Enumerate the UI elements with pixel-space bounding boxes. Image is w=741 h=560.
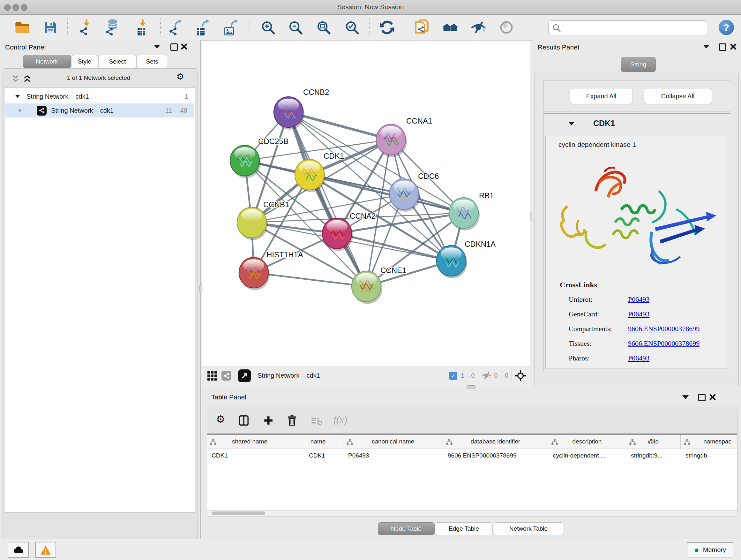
network-node-CCNA1[interactable]: CCNA1 [376, 117, 432, 157]
show-all-button[interactable] [497, 19, 515, 36]
column-header[interactable]: description [548, 435, 626, 449]
network-view-canvas[interactable]: CCNB2CCNA1CDC25BCDK1CDC6RB1CCNB1CCNA2CDK… [202, 41, 530, 367]
search-input[interactable] [562, 22, 704, 33]
tab-string[interactable]: String [621, 57, 656, 72]
birds-eye-view-icon[interactable] [207, 371, 217, 381]
genecard-link[interactable]: P06493 [628, 310, 650, 318]
tab-network-table[interactable]: Network Table [493, 522, 564, 535]
import-network-file-button[interactable] [77, 19, 95, 36]
tab-style[interactable]: Style [71, 55, 98, 68]
zoom-out-button[interactable] [286, 19, 305, 36]
crosslink-row: Uniprot: P06493 [569, 292, 722, 307]
window-title: Session: New Session [0, 3, 741, 11]
expand-all-button[interactable]: Expand All [569, 88, 633, 104]
network-label: String Network – cdk1 [51, 107, 114, 114]
save-session-button[interactable] [42, 19, 59, 36]
columns-icon[interactable] [239, 415, 249, 426]
column-header[interactable]: name [293, 435, 343, 449]
float-panel-icon[interactable] [171, 44, 178, 51]
warnings-button[interactable] [35, 542, 56, 558]
close-panel-icon[interactable] [709, 394, 716, 401]
export-image-button[interactable] [223, 19, 241, 36]
collection-label: String Network – cdk1 [26, 93, 89, 100]
gear-icon[interactable]: ⚙ [177, 72, 184, 81]
export-table-button[interactable] [194, 19, 212, 36]
compartments-link[interactable]: 9606.ENSP00000378699 [628, 325, 699, 333]
network-node-CCNB2[interactable]: CCNB2 [274, 88, 329, 130]
network-node-CDKN1A[interactable]: CDKN1A [436, 240, 495, 278]
import-network-database-button[interactable] [105, 19, 122, 36]
column-header[interactable]: namespac [681, 435, 737, 449]
network-edge-CCNB2-CCNE1[interactable] [288, 112, 366, 287]
collapse-all-button[interactable]: Collapse All [644, 88, 712, 104]
network-list: String Network – cdk1 1 ● String Network… [5, 87, 195, 512]
column-type-icon [446, 438, 453, 445]
function-builder-icon: f(x) [333, 414, 347, 426]
pharos-link[interactable]: P06493 [628, 354, 650, 362]
column-header[interactable]: canonical name [343, 435, 443, 449]
column-header[interactable]: @id [626, 435, 681, 449]
node-label-CCNA2: CCNA2 [350, 212, 376, 220]
node-label-CDK1: CDK1 [324, 152, 344, 160]
node-label-CCNB2: CCNB2 [303, 88, 329, 97]
float-panel-icon[interactable] [719, 44, 726, 51]
column-header[interactable]: shared name [207, 435, 293, 449]
uniprot-link[interactable]: P06493 [628, 295, 650, 304]
gear-icon[interactable]: ⚙ [216, 414, 225, 424]
tab-network[interactable]: Network [23, 55, 71, 68]
first-neighbors-button[interactable] [442, 19, 460, 36]
float-panel-icon[interactable] [698, 394, 705, 401]
tab-sets[interactable]: Sets [137, 55, 167, 68]
open-session-button[interactable] [13, 19, 31, 36]
gene-description: cyclin-dependent kinase 1 [558, 141, 636, 148]
network-row-selected[interactable]: ● String Network – cdk1 11 48 [5, 104, 194, 118]
scrollbar-thumb[interactable] [212, 511, 265, 515]
zoom-selected-button[interactable] [343, 19, 361, 36]
import-table-button[interactable] [134, 19, 151, 36]
table-row[interactable]: CDK1 CDK1 P06493 9606.ENSP00000378699 cy… [207, 449, 737, 462]
collapse-all-icon[interactable] [12, 74, 19, 83]
network-edge-HIST1H1A-CCNE1[interactable] [254, 273, 366, 287]
tissues-link[interactable]: 9606.ENSP00000378699 [628, 339, 699, 348]
column-header[interactable]: database identifier [443, 435, 548, 449]
memory-button[interactable]: ● Memory [687, 542, 733, 557]
tree-collapse-icon[interactable] [15, 95, 20, 98]
panel-menu-icon[interactable] [703, 45, 710, 49]
network-view-toolbar: String Network – cdk1 ✓ 1 – 0 0 – 0 [202, 367, 530, 384]
section-collapse-icon[interactable] [569, 122, 575, 125]
panel-menu-icon[interactable] [682, 395, 689, 399]
cytoscape-window: Session: New Session [0, 0, 741, 560]
network-status-dot: ● [18, 107, 21, 114]
network-node-RB1[interactable]: RB1 [449, 191, 494, 231]
apply-layout-button[interactable] [378, 19, 396, 36]
network-collection-row[interactable]: String Network – cdk1 1 [5, 89, 194, 104]
tab-node-table[interactable]: Node Table [378, 522, 434, 535]
help-button[interactable]: ? [719, 20, 734, 35]
close-panel-icon[interactable] [730, 43, 737, 50]
expand-all-icon[interactable] [23, 74, 31, 83]
export-network-button[interactable] [167, 19, 185, 36]
delete-column-icon[interactable] [287, 415, 296, 426]
zoom-in-button[interactable] [259, 19, 277, 36]
tab-select[interactable]: Select [98, 55, 137, 68]
crosslink-row: Pharos: P06493 [569, 351, 722, 366]
panel-menu-icon[interactable] [154, 45, 160, 49]
close-panel-icon[interactable] [181, 43, 188, 50]
tab-edge-table[interactable]: Edge Table [435, 522, 493, 535]
bottom-splitter-handle[interactable] [467, 385, 476, 389]
toolbar-separator [405, 18, 405, 37]
crosslinks-list: Uniprot: P06493 GeneCard: P06493 Compart… [569, 292, 722, 366]
network-view-title: String Network – cdk1 [258, 372, 320, 379]
zoom-fit-button[interactable] [315, 19, 333, 36]
network-node-CCNB1[interactable]: CCNB1 [237, 200, 289, 240]
string-network-icon [37, 106, 47, 116]
add-column-icon[interactable] [264, 416, 273, 425]
string-panel-toggle-icon[interactable] [221, 371, 231, 381]
selected-checkbox-icon[interactable]: ✓ [449, 372, 457, 380]
automation-status-button[interactable] [8, 542, 29, 558]
open-in-window-icon[interactable] [238, 369, 251, 382]
pan-crosshair-icon[interactable] [515, 370, 526, 381]
clone-network-button[interactable] [413, 19, 431, 36]
network-node-HIST1H1A[interactable]: HIST1H1A [239, 250, 303, 290]
hide-selected-button[interactable] [469, 19, 487, 36]
